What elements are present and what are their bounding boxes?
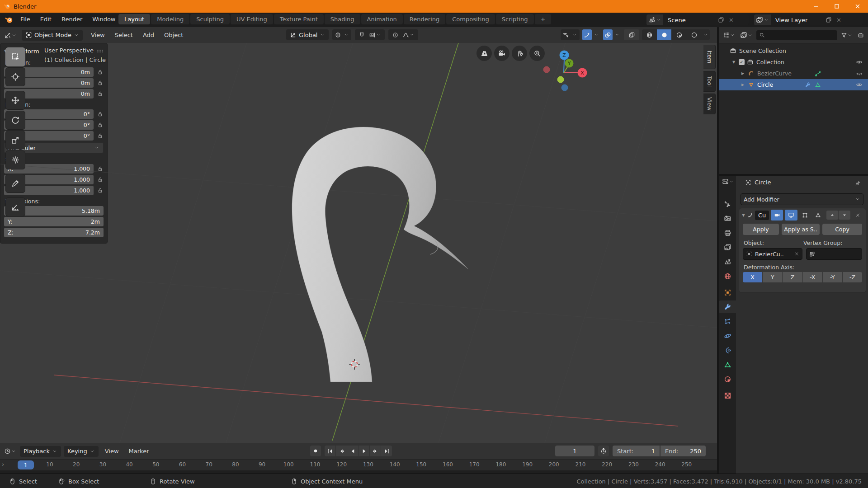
outliner-editor-button[interactable]	[722, 30, 736, 41]
visibility-dropdown[interactable]	[561, 29, 580, 40]
mode-dropdown[interactable]: Object Mode	[22, 30, 83, 41]
viewport-menu-view[interactable]: View	[87, 30, 108, 40]
delete-view-layer-button[interactable]: ✕	[834, 14, 844, 25]
properties-tab-particles[interactable]	[719, 315, 736, 328]
timeline-expand-arrow[interactable]: ›	[2, 461, 4, 468]
timeline-menu-keying[interactable]: Keying	[64, 446, 99, 457]
tool-select-box[interactable]	[5, 47, 25, 66]
zoom-view-button[interactable]	[529, 46, 545, 61]
axis-button-x[interactable]: X	[743, 272, 762, 282]
tool-annotate[interactable]	[5, 174, 25, 193]
workspace-tab-compositing[interactable]: Compositing	[446, 14, 495, 24]
outliner-search-input[interactable]	[756, 30, 837, 40]
view-layer-selector[interactable]: View Layer ✕	[754, 14, 863, 25]
shading-material-button[interactable]	[672, 29, 686, 40]
modifier-render-toggle[interactable]	[771, 210, 783, 221]
timeline-menu-marker[interactable]: Marker	[125, 446, 153, 456]
viewport-menu-add[interactable]: Add	[139, 30, 158, 40]
modifier-editmode-toggle[interactable]	[799, 210, 811, 221]
delete-scene-button[interactable]: ✕	[726, 14, 736, 25]
start-frame-field[interactable]: Start: 1	[613, 446, 660, 456]
menu-file[interactable]: File	[16, 14, 34, 24]
expand-arrow-icon[interactable]: ▼	[742, 213, 745, 217]
use-preview-range-toggle[interactable]	[598, 446, 609, 456]
breadcrumb-object-name[interactable]: Circle	[755, 179, 771, 186]
menu-render[interactable]: Render	[57, 14, 86, 24]
timeline-ruler[interactable]: 1 › 102030405060708090100110120130140150…	[0, 459, 717, 471]
shading-wireframe-button[interactable]	[642, 29, 656, 40]
modifier-move-down-button[interactable]	[839, 211, 850, 220]
minimize-button[interactable]	[806, 0, 826, 13]
vertical-splitter[interactable]	[717, 27, 719, 474]
overlays-dropdown[interactable]	[613, 29, 621, 40]
gizmo-minus-y[interactable]	[557, 76, 564, 83]
axis-button--z[interactable]: -Z	[843, 272, 862, 282]
properties-tab-material[interactable]	[719, 373, 736, 385]
axis-button--x[interactable]: -X	[803, 272, 822, 282]
timeline-menu-view[interactable]: View	[101, 446, 123, 456]
eye-open-icon[interactable]	[856, 59, 863, 66]
properties-tab-physics[interactable]	[719, 329, 736, 342]
properties-editor-button[interactable]	[720, 178, 736, 185]
collection-checkbox[interactable]: ✓	[739, 59, 745, 65]
pivot-dropdown[interactable]	[332, 29, 351, 40]
wrench-icon[interactable]	[805, 82, 811, 88]
workspace-tab-rendering[interactable]: Rendering	[404, 14, 445, 24]
falloff-dropdown[interactable]	[401, 29, 416, 40]
previous-keyframe-button[interactable]	[336, 446, 347, 456]
expander-down-icon[interactable]: ▼	[732, 60, 739, 64]
expander-right-icon[interactable]: ▶	[741, 71, 748, 75]
scene-selector[interactable]: Scene ✕	[646, 14, 749, 25]
add-workspace-button[interactable]: +	[535, 14, 552, 24]
menu-edit[interactable]: Edit	[36, 14, 56, 24]
x-icon[interactable]	[794, 251, 799, 257]
sidebar-tab-item[interactable]: Item	[703, 45, 716, 69]
timeline-editor-button[interactable]	[3, 446, 18, 457]
eye-closed-icon[interactable]	[856, 70, 863, 77]
properties-tab-objdata[interactable]	[719, 286, 736, 299]
curvedata-icon[interactable]	[815, 70, 821, 77]
shading-solid-button[interactable]	[657, 29, 671, 40]
outliner-row-beziercurve[interactable]: ▶BezierCurve	[719, 68, 868, 79]
axis-button--y[interactable]: -Y	[823, 272, 842, 282]
modifier-realtime-toggle[interactable]	[785, 210, 797, 221]
camera-view-button[interactable]	[494, 46, 509, 61]
outliner-row-circle[interactable]: ▶Circle	[719, 79, 868, 90]
menu-window[interactable]: Window	[88, 14, 119, 24]
viewport-menu-select[interactable]: Select	[111, 30, 137, 40]
gizmo-toggle[interactable]	[582, 29, 592, 40]
new-scene-button[interactable]	[716, 14, 726, 25]
horizontal-splitter[interactable]	[719, 174, 868, 176]
viewport-menu-object[interactable]: Object	[160, 30, 187, 40]
modifier-cage-toggle[interactable]	[812, 210, 824, 221]
jump-to-end-button[interactable]	[381, 446, 392, 456]
snap-toggle[interactable]	[357, 29, 367, 40]
next-keyframe-button[interactable]	[370, 446, 381, 456]
modifier-name-field[interactable]: Cu	[755, 211, 769, 220]
grid-view-button[interactable]	[476, 46, 492, 61]
workspace-tab-texture-paint[interactable]: Texture Paint	[274, 14, 324, 24]
end-frame-field[interactable]: End: 250	[660, 446, 706, 456]
apply-button[interactable]: Apply	[743, 224, 779, 235]
gizmo-minus-z[interactable]	[561, 84, 568, 91]
properties-tab-tool[interactable]	[719, 197, 736, 210]
workspace-tab-scripting[interactable]: Scripting	[496, 14, 534, 24]
tool-transform[interactable]	[5, 150, 25, 169]
tool-move[interactable]	[5, 91, 25, 110]
blender-logo-icon[interactable]	[5, 15, 14, 24]
eye-open-icon[interactable]	[856, 81, 863, 88]
navigation-gizmo[interactable]: Y Z X	[543, 51, 587, 91]
current-frame-field[interactable]: 1	[555, 446, 594, 456]
new-collection-button[interactable]	[856, 30, 865, 41]
overlays-toggle[interactable]	[603, 29, 613, 40]
outliner-row-collection[interactable]: ▼✓Collection	[719, 56, 868, 68]
modifier-object-field[interactable]: BezierCu..	[743, 248, 802, 260]
sidebar-tab-view[interactable]: View	[703, 94, 716, 114]
timeline-menu-playback[interactable]: Playback	[20, 446, 61, 457]
properties-tab-constraints[interactable]	[719, 344, 736, 357]
tool-cursor[interactable]	[5, 67, 25, 86]
play-button[interactable]	[359, 446, 369, 456]
add-modifier-dropdown[interactable]: Add Modifier	[741, 193, 863, 205]
scene-name[interactable]: Scene	[663, 14, 716, 25]
workspace-tab-animation[interactable]: Animation	[361, 14, 403, 24]
